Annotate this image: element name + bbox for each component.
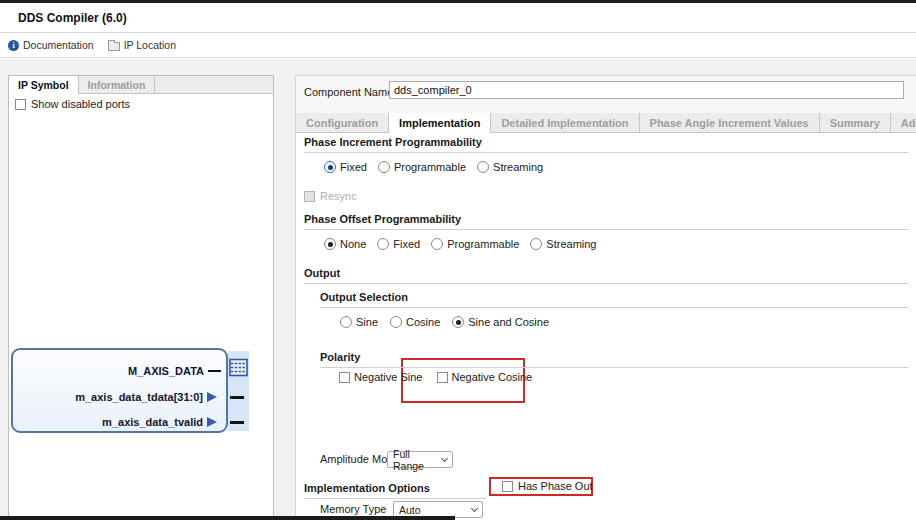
radio-icon[interactable] — [378, 161, 390, 173]
port-tdata-label: m_axis_data_tdata[31:0] — [75, 391, 203, 403]
phase-offset-radio-group: None Fixed Programmable Streaming — [324, 238, 596, 250]
checkbox-label: Negative Cosine — [452, 371, 533, 383]
radio-icon[interactable] — [431, 238, 443, 250]
ip-location-label: IP Location — [124, 39, 176, 51]
output-selection-header: Output Selection — [320, 291, 909, 308]
resync-checkbox — [304, 191, 315, 202]
show-disabled-ports-label: Show disabled ports — [31, 98, 130, 110]
checkbox-label: Negative Sine — [354, 371, 423, 383]
radio-icon[interactable] — [324, 238, 336, 250]
radio-option-programmable[interactable]: Programmable — [378, 161, 466, 173]
tab-phase-angle-increment-values[interactable]: Phase Angle Increment Values — [640, 113, 820, 132]
dropdown-value: Full Range — [393, 448, 442, 472]
left-tab-bar: IP Symbol Information — [9, 76, 273, 94]
component-name-label: Component Name — [304, 86, 393, 98]
radio-label: Streaming — [493, 161, 543, 173]
interface-pin-row: M_AXIS_DATA — [9, 363, 221, 379]
output-selection-radio-group: Sine Cosine Sine and Cosine — [340, 316, 549, 328]
implementation-tab-content: Phase Increment Programmability Fixed Pr… — [296, 133, 916, 520]
checkbox-label: Has Phase Out — [518, 480, 593, 492]
negative-cosine-option[interactable]: Negative Cosine — [437, 371, 533, 383]
folder-icon — [108, 42, 120, 51]
show-disabled-ports-option[interactable]: Show disabled ports — [15, 98, 130, 110]
has-phase-out-checkbox[interactable] — [502, 481, 513, 492]
config-tab-bar: Configuration Implementation Detailed Im… — [296, 113, 916, 133]
info-icon: i — [8, 40, 19, 51]
radio-icon[interactable] — [324, 161, 336, 173]
configuration-panel: Component Name Configuration Implementat… — [295, 75, 916, 520]
radio-icon[interactable] — [530, 238, 542, 250]
radio-icon[interactable] — [377, 238, 389, 250]
has-phase-out-option[interactable]: Has Phase Out — [502, 480, 593, 492]
polarity-checkbox-group: Negative Sine Negative Cosine — [339, 371, 532, 383]
radio-label: Programmable — [394, 161, 466, 173]
radio-option-programmable[interactable]: Programmable — [431, 238, 519, 250]
radio-icon[interactable] — [390, 316, 402, 328]
negative-sine-option[interactable]: Negative Sine — [339, 371, 423, 383]
title-bar: DDS Compiler (6.0) — [0, 3, 916, 33]
radio-label: Fixed — [340, 161, 367, 173]
pin-stub — [230, 421, 244, 424]
component-name-input[interactable] — [389, 81, 904, 99]
dropdown-value: Auto — [399, 504, 421, 516]
radio-option-streaming[interactable]: Streaming — [477, 161, 543, 173]
phase-increment-section-header: Phase Increment Programmability — [304, 136, 909, 153]
chevron-down-icon — [471, 505, 478, 512]
tab-additional-summary[interactable]: Additional Summary — [891, 113, 916, 132]
radio-label: None — [340, 238, 366, 250]
tab-information[interactable]: Information — [79, 76, 156, 93]
tab-detailed-implementation[interactable]: Detailed Implementation — [491, 113, 639, 132]
window-bottom-edge — [0, 516, 455, 520]
radio-label: Fixed — [393, 238, 420, 250]
chevron-down-icon — [441, 455, 448, 462]
interface-pin-label: M_AXIS_DATA — [128, 365, 204, 377]
radio-option-streaming[interactable]: Streaming — [530, 238, 596, 250]
documentation-link[interactable]: i Documentation — [8, 39, 94, 51]
output-section-header: Output — [304, 267, 909, 284]
phase-increment-radio-group: Fixed Programmable Streaming — [324, 161, 543, 173]
port-tvalid-row: m_axis_data_tvalid — [9, 414, 217, 430]
ip-symbol-panel: IP Symbol Information Show disabled port… — [8, 75, 274, 520]
radio-option-none[interactable]: None — [324, 238, 366, 250]
radio-option-fixed[interactable]: Fixed — [324, 161, 367, 173]
show-disabled-ports-checkbox[interactable] — [15, 99, 26, 110]
phase-offset-section-header: Phase Offset Programmability — [304, 213, 909, 230]
output-arrow-icon — [207, 392, 217, 402]
radio-option-sine[interactable]: Sine — [340, 316, 378, 328]
implementation-options-header: Implementation Options — [304, 482, 486, 499]
radio-icon[interactable] — [452, 316, 464, 328]
radio-label: Streaming — [546, 238, 596, 250]
radio-icon[interactable] — [340, 316, 352, 328]
amplitude-mode-dropdown[interactable]: Full Range — [387, 451, 453, 468]
radio-label: Programmable — [447, 238, 519, 250]
ip-location-link[interactable]: IP Location — [108, 39, 176, 51]
radio-option-cosine[interactable]: Cosine — [390, 316, 440, 328]
radio-icon[interactable] — [477, 161, 489, 173]
page-title: DDS Compiler (6.0) — [18, 11, 127, 25]
radio-option-sine-and-cosine[interactable]: Sine and Cosine — [452, 316, 549, 328]
toolbar: i Documentation IP Location — [0, 33, 916, 58]
pin-stub — [230, 396, 244, 399]
pin-stub — [208, 370, 221, 372]
polarity-header: Polarity — [320, 351, 909, 368]
tab-summary[interactable]: Summary — [820, 113, 891, 132]
port-tdata-row: m_axis_data_tdata[31:0] — [9, 389, 217, 405]
resync-option: Resync — [304, 190, 357, 202]
radio-label: Sine and Cosine — [468, 316, 549, 328]
tab-configuration[interactable]: Configuration — [296, 113, 389, 132]
resync-label: Resync — [320, 190, 357, 202]
radio-label: Sine — [356, 316, 378, 328]
negative-cosine-checkbox[interactable] — [437, 372, 448, 383]
tab-implementation[interactable]: Implementation — [389, 113, 491, 133]
output-arrow-icon — [207, 417, 217, 427]
axi-interface-icon — [229, 358, 248, 377]
dialog-header: DDS Compiler (6.0) i Documentation IP Lo… — [0, 3, 916, 59]
negative-sine-checkbox[interactable] — [339, 372, 350, 383]
radio-label: Cosine — [406, 316, 440, 328]
radio-option-fixed[interactable]: Fixed — [377, 238, 420, 250]
documentation-label: Documentation — [23, 39, 94, 51]
tab-ip-symbol[interactable]: IP Symbol — [9, 76, 79, 94]
port-tvalid-label: m_axis_data_tvalid — [102, 416, 203, 428]
